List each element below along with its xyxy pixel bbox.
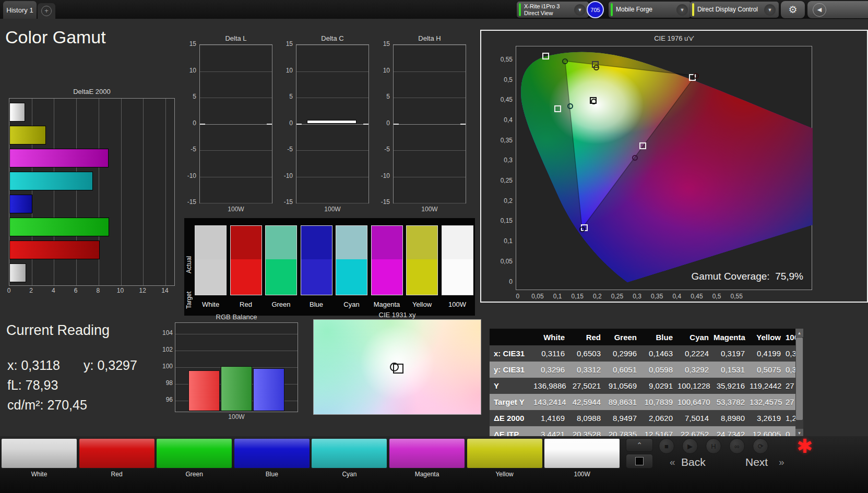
actual-row-label: Actual [185,236,193,273]
next-chevron-icon[interactable]: » [779,456,784,468]
collapse-panel-button[interactable]: ◀ [807,1,868,18]
y-tick-label: -5 [275,146,293,153]
table-cell: 0,5075 [750,365,786,374]
pattern-button-magenta[interactable] [389,438,465,468]
column-header-blue: Blue [641,333,677,342]
actual-swatch-100w [442,225,473,259]
table-row: Target Y143,241442,594489,863110,7839100… [490,394,803,410]
table-cell: 0,3197 [714,349,750,358]
cie-x-tick-label: 0,3 [633,293,641,300]
column-header-yellow: Yellow [750,333,786,342]
refresh-button[interactable]: ⟳ [753,438,768,454]
pattern-button-white[interactable] [1,438,77,468]
y-tick-label: 0 [275,119,293,127]
deltae-bar-red [9,241,100,259]
play-button[interactable]: ▶ [682,438,698,454]
actual-swatch-green [265,225,297,259]
scrollbar-thumb[interactable] [796,338,803,420]
x-tick-label: 12 [139,287,146,294]
reading-x: x: 0,3118 [7,358,60,373]
red-measured [693,73,699,79]
reading-y: y: 0,3297 [84,358,137,373]
table-cell: 1,4169 [533,414,569,423]
tab-history-1[interactable]: History 1 [3,1,37,19]
pattern-window-button[interactable] [626,454,653,468]
continuous-icon: ∞ [734,442,739,450]
chevron-down-icon[interactable]: ▼ [574,4,586,16]
table-row: Y136,988627,502191,05699,0291100,122835,… [490,378,803,394]
actual-swatch-blue [301,225,332,259]
gridline [200,71,272,72]
hold-button[interactable]: H [706,438,721,454]
y-tick-label: -10 [179,172,196,179]
cie-y-tick-label: 0,2 [492,197,513,205]
cie-x-tick-label: 0,5 [712,293,721,300]
table-vertical-scrollbar[interactable]: ▲ ▼ [795,329,803,437]
zero-tick-mark [363,124,368,125]
y-tick-label: 10 [275,67,293,74]
actual-target-panel: Actual Target WhiteRedGreenBlueCyanMagen… [184,218,475,316]
gear-icon: ⚙ [788,4,797,16]
x-tick-label: 4 [52,287,55,294]
swatch-label: White [195,300,227,308]
back-button[interactable]: Back [681,456,706,468]
display-control-selector[interactable]: Direct Display Control ▼ [690,2,779,18]
row-label: Y [490,381,533,390]
pattern-button-blue[interactable] [234,438,310,468]
back-chevron-icon[interactable]: « [670,456,675,468]
y-tick-label: 15 [179,40,196,47]
table-cell: 100,6470 [677,398,714,406]
x-tick-label: 8 [96,287,100,294]
table-cell: 27 [786,398,796,406]
swatch-label: Magenta [371,300,403,308]
pattern-button-cyan[interactable] [311,438,387,468]
gridline [165,99,166,285]
rgb-y-tick-label: 102 [155,346,173,353]
gridline [394,203,466,203]
delta-chart-title: Delta C [286,34,379,42]
workflow-status-bar [611,3,613,16]
gridline [394,71,466,72]
collapse-pattern-bar-button[interactable]: ⌃ [626,438,653,452]
y-tick-label: -15 [372,198,390,206]
deltae-bar-green [9,218,109,236]
y-tick-label: 5 [372,93,390,100]
deltae2000-x-axis: 02468101214 [9,287,175,295]
table-cell: 0,6503 [569,349,605,358]
actual-swatch-white [195,225,227,259]
row-label: ΔE 2000 [490,414,533,423]
x-tick-label: 10 [117,287,124,294]
pattern-button-green[interactable] [156,438,232,468]
stop-button[interactable]: ■ [659,438,674,454]
continuous-button[interactable]: ∞ [729,438,745,454]
scroll-up-icon[interactable]: ▲ [795,329,803,337]
pattern-label: Yellow [467,471,543,478]
pattern-bar: ⌃ ✱ « Back Next » WhiteRedGreenBlueCyanM… [0,436,868,493]
pattern-button-yellow[interactable] [467,438,543,468]
meter-mode: Direct View [524,10,553,16]
settings-button[interactable]: ⚙ [781,1,805,18]
chevron-down-icon[interactable]: ▼ [764,4,776,16]
table-cell: 35,9216 [714,381,750,390]
target-swatch-yellow [406,259,438,295]
table-cell: 7,5014 [677,414,714,423]
next-button[interactable]: Next [745,456,768,468]
pattern-button-100w[interactable] [544,438,620,468]
table-cell: 89,8631 [605,398,641,406]
y-tick-label: -5 [179,146,196,153]
meter-selector[interactable]: X-Rite i1Pro 3 Direct View ▼ [517,2,589,18]
table-cell: 2,0620 [641,414,677,423]
pattern-button-red[interactable] [79,438,155,468]
rgb-y-tick-label: 98 [155,379,173,387]
gridline [296,71,368,72]
cie-y-tick-label: 0,05 [492,258,513,265]
reading-fl: fL: 78,93 [7,378,58,393]
deltae2000-title: DeltaE 2000 [9,88,175,95]
table-cell: 27,5021 [569,381,605,390]
column-header-green: Green [605,333,641,342]
target-row-label: Target [185,271,193,309]
workflow-selector[interactable]: Mobile Forge ▼ [609,2,691,18]
deltae-bar-cyan [9,172,93,190]
chevron-down-icon[interactable]: ▼ [676,4,688,16]
add-tab-button[interactable]: + [38,3,55,19]
